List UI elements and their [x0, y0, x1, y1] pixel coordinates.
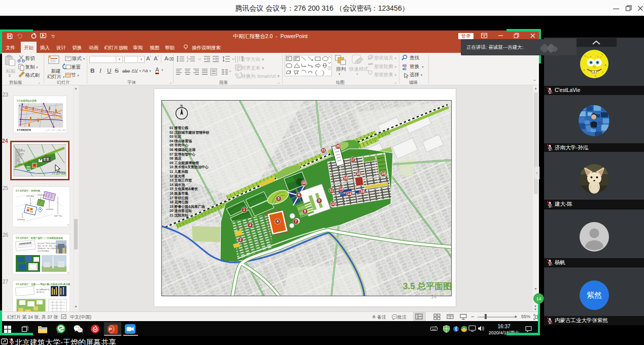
svg-text:8: 8 — [304, 209, 306, 213]
svg-text:生活配套区: 生活配套区 — [17, 218, 25, 221]
svg-text:1: 1 — [187, 56, 188, 59]
svg-text:2: 2 — [240, 238, 242, 241]
svg-text:15: 15 — [344, 176, 348, 180]
svg-text:1: 1 — [243, 208, 245, 211]
svg-text:14: 14 — [347, 192, 351, 196]
svg-text:3.6 分区设计：站前广场区——立体枢纽综合体: 3.6 分区设计：站前广场区——立体枢纽综合体 — [16, 236, 63, 240]
svg-text:生态公园区: 生态公园区 — [26, 195, 34, 197]
svg-text:3.4 分区设计：空间结构: 3.4 分区设计：空间结构 — [16, 189, 41, 193]
svg-text:车辆换乘于一体，衔接沈阳: 车辆换乘于一体，衔接沈阳 — [38, 247, 57, 249]
svg-text:3: 3 — [249, 223, 251, 227]
svg-text:枢纽，集公交、出租、社会: 枢纽，集公交、出租、社会 — [38, 245, 57, 247]
svg-text:P: P — [109, 327, 112, 332]
svg-text:09 工业能源博物馆: 09 工业能源博物馆 — [170, 161, 199, 165]
svg-text:9: 9 — [318, 199, 320, 202]
svg-text:26: 26 — [67, 271, 70, 274]
svg-text:05 市民中心: 05 市民中心 — [170, 143, 189, 147]
svg-text:17 带状公园: 17 带状公园 — [170, 196, 188, 200]
svg-text:19: 19 — [381, 172, 385, 175]
svg-text:转换为 SmartArt ▾: 转换为 SmartArt ▾ — [241, 73, 280, 79]
svg-text:5: 5 — [278, 197, 280, 200]
svg-text:20 迷你客运站: 20 迷你客运站 — [170, 208, 192, 213]
svg-text:18: 18 — [360, 190, 364, 193]
svg-text:21 沈阳东站: 21 沈阳东站 — [170, 213, 188, 217]
svg-text:04 综合体育场: 04 综合体育场 — [170, 139, 192, 143]
svg-text:4: 4 — [277, 219, 279, 223]
svg-text:13 文创工作室: 13 文创工作室 — [170, 178, 192, 182]
svg-text:综合服务区: 综合服务区 — [46, 208, 53, 210]
svg-text:14 戏水池: 14 戏水池 — [170, 183, 185, 187]
svg-text:— 主干 — 次干 — 支路 — 慢行: — 主干 — 次干 — 支路 — 慢行 — [45, 129, 66, 131]
svg-text:对齐文本 ▾: 对齐文本 ▾ — [241, 65, 264, 71]
svg-text:至立体枢纽交通: 至立体枢纽交通 — [16, 129, 31, 131]
svg-text:21: 21 — [321, 148, 325, 152]
svg-text:东站与文创园区。: 东站与文创园区。 — [38, 250, 51, 252]
svg-text:3.5 总平面图: 3.5 总平面图 — [403, 281, 452, 291]
svg-text:3.6 分区设计：五册——规划方案+天际线呈现+商业模式: 3.6 分区设计：五册——规划方案+天际线呈现+商业模式 — [16, 283, 70, 286]
svg-text:17: 17 — [351, 158, 355, 161]
svg-text:3.4 交通规划示意图: 3.4 交通规划示意图 — [17, 99, 37, 103]
svg-text:6: 6 — [298, 193, 300, 197]
svg-text:7: 7 — [295, 219, 297, 223]
svg-text:20: 20 — [336, 144, 340, 148]
svg-text:N: N — [181, 104, 183, 107]
svg-text:10 美术馆&灾害防治中心: 10 美术馆&灾害防治中心 — [170, 165, 209, 169]
svg-text:13: 13 — [339, 187, 343, 191]
svg-text:15 文创展销&餐饮: 15 文创展销&餐饮 — [170, 187, 198, 191]
svg-text:02 沈阳城市建设管理学校: 02 沈阳城市建设管理学校 — [170, 130, 210, 135]
svg-text:11: 11 — [329, 189, 333, 192]
svg-text:12 观光塔: 12 观光塔 — [170, 174, 185, 178]
svg-text:18 花海公园: 18 花海公园 — [170, 200, 188, 204]
svg-text:16 跳蚤市集: 16 跳蚤市集 — [170, 191, 188, 196]
svg-text:07 双塔创智中心: 07 双塔创智中心 — [170, 152, 196, 156]
svg-text:12: 12 — [331, 202, 335, 205]
svg-text:25: 25 — [67, 224, 70, 226]
svg-text:01 滑雪公园: 01 滑雪公园 — [170, 126, 188, 130]
svg-text:结合站前广场打造立体交通: 结合站前广场打造立体交通 — [38, 242, 57, 244]
svg-text:19 野餐公园&风筝广场: 19 野餐公园&风筝广场 — [170, 204, 205, 209]
svg-text:03 社区: 03 社区 — [170, 134, 181, 139]
svg-text:11 儿童乐园: 11 儿童乐园 — [170, 170, 188, 174]
svg-text:文创核心区: 文创核心区 — [38, 194, 45, 196]
svg-text:站前广场区: 站前广场区 — [54, 215, 62, 217]
svg-text:06 堆煤场纪念湖: 06 堆煤场纪念湖 — [170, 148, 195, 152]
svg-text:08 酒店: 08 酒店 — [170, 156, 181, 161]
svg-text:2: 2 — [187, 59, 188, 62]
svg-text:10: 10 — [302, 181, 306, 184]
svg-text:11 儿童乐园: 11 儿童乐园 — [15, 164, 22, 166]
svg-text:城市新名片。: 城市新名片。 — [36, 291, 46, 293]
svg-text:16: 16 — [356, 172, 360, 175]
svg-text:文字方向 ▾: 文字方向 ▾ — [241, 56, 264, 62]
